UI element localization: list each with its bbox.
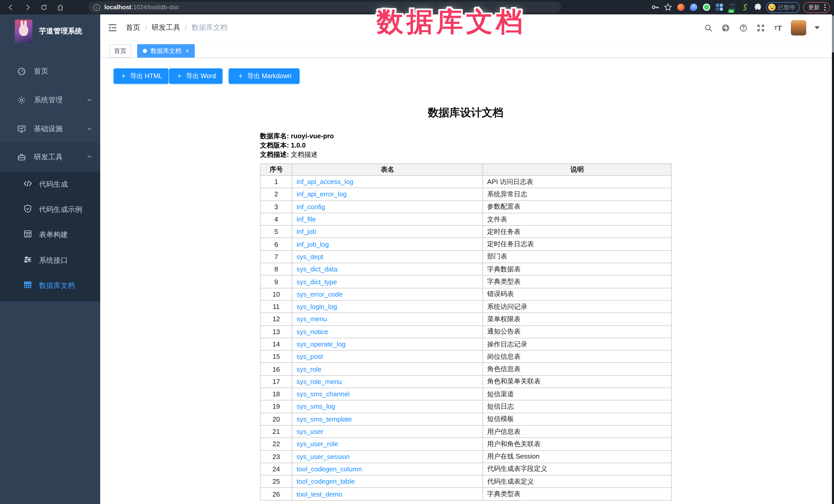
sidebar-item-system[interactable]: 系统管理 — [0, 86, 100, 115]
browser-forward-icon[interactable] — [22, 2, 33, 13]
row-index: 26 — [260, 488, 292, 500]
table-name-link[interactable]: tool_codegen_column — [297, 465, 362, 473]
sidebar-item-form-builder[interactable]: 表单构建 — [0, 222, 100, 247]
row-index: 8 — [260, 263, 292, 276]
sidebar-item-api[interactable]: 系统接口 — [0, 248, 100, 273]
sidebar-item-home[interactable]: 首页 — [0, 57, 100, 86]
font-size-icon[interactable]: TT — [773, 23, 783, 32]
export-markdown-button[interactable]: ＋ 导出 Markdown — [229, 68, 300, 84]
table-name-link[interactable]: sys_sms_log — [297, 403, 335, 411]
table-name-link[interactable]: sys_sms_channel — [297, 390, 350, 398]
table-desc: 通知公告表 — [483, 325, 671, 338]
site-info-icon[interactable]: i — [93, 4, 100, 10]
user-menu-caret-icon[interactable] — [814, 26, 819, 29]
profile-paused-chip[interactable]: 已暂停 — [766, 2, 799, 13]
extension-green-check-icon[interactable] — [702, 3, 711, 12]
table-name-link[interactable]: tool_codegen_table — [297, 478, 355, 485]
extension-grid-icon[interactable] — [715, 3, 724, 12]
table-name-link[interactable]: sys_role_menu — [297, 378, 342, 386]
key-icon[interactable] — [651, 3, 660, 12]
main-panel: 首页 / 研发工具 / 数据库文档 — [100, 15, 832, 504]
extension-green-s-icon[interactable] — [741, 3, 750, 12]
fullscreen-icon[interactable] — [756, 23, 765, 32]
code-icon — [23, 179, 32, 190]
export-word-button[interactable]: ＋ 导出 Word — [169, 68, 222, 84]
export-html-button[interactable]: ＋ 导出 HTML — [114, 68, 169, 84]
table-name-link[interactable]: sys_post — [297, 353, 323, 360]
browser-back-icon[interactable] — [5, 2, 17, 13]
page-content: ＋ 导出 HTML ＋ 导出 Word ＋ 导出 Markdown 数据库设计文… — [100, 58, 832, 504]
table-name-link[interactable]: inf_file — [297, 215, 316, 223]
breadcrumb-home[interactable]: 首页 — [126, 23, 140, 32]
table-name-link[interactable]: inf_job_log — [297, 240, 329, 248]
table-row: 24 tool_codegen_column 代码生成表字段定义 — [260, 463, 671, 476]
extensions-puzzle-icon[interactable] — [753, 3, 763, 12]
github-icon[interactable] — [721, 23, 730, 32]
table-name-link[interactable]: sys_dict_type — [297, 278, 337, 286]
table-row: 6 inf_job_log 定时任务日志表 — [260, 238, 671, 250]
table-name-link[interactable]: tool_test_demo — [297, 490, 342, 498]
sidebar-item-codegen-demo[interactable]: 代码生成示例 — [0, 197, 100, 222]
breadcrumb-separator: / — [145, 24, 147, 32]
sidebar: 芋道管理系统 首页 系统管理 — [0, 15, 100, 504]
table-name-link[interactable]: sys_dict_data — [297, 265, 337, 273]
address-bar[interactable]: i localhost:1024/tool/db-doc — [88, 2, 561, 13]
row-index: 2 — [260, 188, 292, 201]
app-window: 芋道管理系统 首页 系统管理 — [0, 15, 834, 504]
table-name-link[interactable]: sys_role — [297, 365, 322, 373]
sidebar-item-label: 表单构建 — [39, 230, 68, 239]
table-name-link[interactable]: inf_config — [297, 203, 325, 211]
row-index: 11 — [260, 301, 292, 313]
row-index: 1 — [260, 176, 292, 188]
table-name-link[interactable]: inf_api_error_log — [297, 191, 347, 198]
table-name-link[interactable]: sys_user_session — [297, 453, 350, 460]
sidebar-item-label: 代码生成 — [39, 180, 68, 189]
sidebar-item-devtools[interactable]: 研发工具 — [0, 143, 100, 172]
extension-blue-icon[interactable] — [689, 3, 698, 12]
sidebar-item-label: 系统管理 — [34, 95, 63, 105]
sidebar-item-db-doc[interactable]: 数据库文档 — [0, 273, 100, 298]
breadcrumb-devtools[interactable]: 研发工具 — [152, 23, 180, 32]
table-desc: 短信模板 — [483, 413, 671, 425]
table-name-link[interactable]: sys_sms_template — [297, 415, 352, 423]
table-name-link[interactable]: sys_operate_log — [297, 340, 346, 348]
app-logo — [15, 20, 32, 43]
row-index: 19 — [260, 400, 292, 413]
bookmark-star-icon[interactable] — [663, 3, 673, 12]
table-desc: 岗位信息表 — [483, 350, 671, 363]
search-icon[interactable] — [703, 23, 713, 32]
plus-icon: ＋ — [237, 71, 244, 81]
browser-menu-icon[interactable] — [823, 4, 827, 10]
table-name-link[interactable]: inf_job — [297, 228, 316, 236]
table-name-link[interactable]: sys_notice — [297, 328, 328, 335]
sidebar-item-infra[interactable]: 基础设施 — [0, 115, 100, 144]
devtools-submenu: 代码生成 代码生成示例 表单构建 — [0, 172, 100, 301]
avatar[interactable] — [791, 20, 806, 36]
sidebar-collapse-icon[interactable] — [107, 23, 118, 33]
table-desc: 短信日志 — [483, 400, 671, 413]
sidebar-item-codegen[interactable]: 代码生成 — [0, 172, 100, 197]
table-name-link[interactable]: sys_user — [297, 428, 323, 435]
tab-db-doc[interactable]: 数据库文档 × — [137, 44, 195, 58]
table-desc: 代码生成表定义 — [483, 475, 671, 488]
browser-update-chip[interactable]: 更新 — [803, 2, 830, 13]
table-desc: 角色信息表 — [483, 363, 671, 375]
screen: i localhost:1024/tool/db-doc on — [0, 0, 834, 504]
table-row: 14 sys_operate_log 操作日志记录 — [260, 338, 671, 351]
extension-orange-icon[interactable] — [676, 3, 685, 12]
table-name-link[interactable]: sys_login_log — [297, 303, 337, 310]
page-scrollbar[interactable] — [832, 15, 834, 504]
row-index: 15 — [260, 350, 292, 363]
table-name-link[interactable]: sys_dept — [297, 253, 323, 261]
table-name-link[interactable]: sys_user_role — [297, 440, 338, 448]
browser-reload-icon[interactable] — [38, 2, 49, 13]
tab-close-icon[interactable]: × — [185, 48, 189, 54]
table-name-link[interactable]: sys_menu — [297, 315, 327, 323]
table-name-link[interactable]: inf_api_access_log — [297, 178, 353, 185]
help-icon[interactable] — [739, 23, 748, 32]
extension-on-badge-icon[interactable]: on — [728, 3, 737, 12]
browser-home-icon[interactable] — [54, 2, 66, 13]
table-name-link[interactable]: sys_error_code — [297, 290, 343, 298]
scrollbar-thumb[interactable] — [832, 16, 834, 52]
tab-home[interactable]: 首页 — [109, 44, 131, 58]
